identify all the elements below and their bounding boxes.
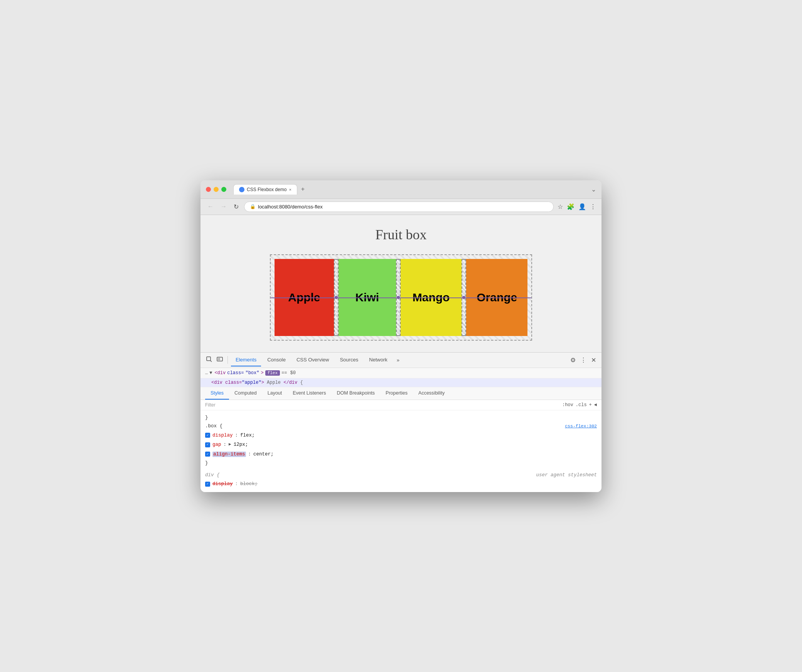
toolbar-separator — [227, 356, 228, 364]
address-bar: ← → ↻ 🔒 localhost:8080/demo/css-flex ☆ 🧩… — [200, 199, 602, 215]
cls-button[interactable]: .cls — [576, 402, 587, 408]
user-agent-rule: div { user agent stylesheet display : bl… — [205, 471, 597, 489]
fruit-item-orange: Orange — [466, 259, 527, 336]
fruit-label-orange: Orange — [477, 291, 517, 304]
dom-dollar-zero: $0 — [290, 370, 295, 376]
ua-selector: div { — [205, 471, 220, 480]
fruit-item-apple: Apple — [275, 259, 334, 336]
styles-tab-layout[interactable]: Layout — [262, 387, 288, 400]
new-tab-button[interactable]: + — [299, 186, 307, 193]
inspector-icon[interactable] — [204, 354, 214, 365]
tab-sources[interactable]: Sources — [335, 354, 363, 366]
browser-menu-icon[interactable]: ⌄ — [591, 186, 596, 193]
styles-tab-accessibility[interactable]: Accessibility — [413, 387, 450, 400]
display-flex-row: display : flex; — [205, 431, 597, 440]
ua-display-property: display — [212, 480, 233, 489]
filter-placeholder[interactable]: Filter — [205, 402, 562, 408]
dom-ellipsis: … — [205, 370, 208, 376]
minimize-button[interactable] — [214, 187, 219, 192]
toggle-sidebar-icon[interactable]: ◄ — [594, 402, 597, 408]
dom-child-tag: <div class="apple"> — [211, 380, 264, 385]
align-items-row: align-items : center; — [205, 450, 597, 459]
dom-tag-open: <div — [214, 370, 226, 376]
display-checkbox[interactable] — [205, 433, 210, 438]
browser-menu-dots-icon[interactable]: ⋮ — [590, 203, 596, 210]
filter-actions: :hov .cls + ◄ — [562, 402, 597, 408]
gap-indicator-2 — [396, 259, 401, 336]
box-source-link[interactable]: css-flex:302 — [565, 422, 597, 430]
styles-tab-event-listeners[interactable]: Event Listeners — [287, 387, 331, 400]
gap-indicator-1 — [334, 259, 339, 336]
dom-expand-triangle[interactable]: ▼ — [209, 370, 212, 376]
tab-css-overview[interactable]: CSS Overview — [292, 354, 334, 366]
tab-console[interactable]: Console — [263, 354, 290, 366]
styles-tab-styles[interactable]: Styles — [205, 387, 229, 400]
browser-tab[interactable]: CSS Flexbox demo × — [233, 184, 297, 195]
colon-1: : — [235, 431, 238, 440]
dom-breadcrumb: … ▼ <div class="box"> flex == $0 — [200, 368, 602, 378]
more-tabs-button[interactable]: » — [394, 356, 403, 365]
add-rule-button[interactable]: + — [589, 402, 592, 408]
styles-tabs: Styles Computed Layout Event Listeners D… — [200, 387, 602, 400]
dom-child-row: <div class="apple"> Apple </div { — [200, 378, 602, 387]
dom-attr-name: class= — [227, 370, 244, 376]
browser-window: CSS Flexbox demo × + ⌄ ← → ↻ 🔒 localhost… — [200, 180, 602, 492]
url-bar[interactable]: 🔒 localhost:8080/demo/css-flex — [244, 202, 554, 212]
display-value: flex; — [240, 431, 255, 440]
fruit-label-mango: Mango — [413, 291, 450, 304]
styles-tab-properties[interactable]: Properties — [380, 387, 413, 400]
box-rule: .box { css-flex:302 display : flex; gap … — [205, 422, 597, 468]
reload-button[interactable]: ↻ — [232, 202, 240, 211]
bookmark-icon[interactable]: ☆ — [558, 203, 563, 210]
dom-child-text: Apple — [267, 380, 283, 385]
page-content: Fruit box Apple Kiwi Mango Or — [200, 215, 602, 352]
dom-equals: == — [281, 370, 287, 376]
prev-rule-close: } — [205, 413, 597, 422]
gap-value: 12px; — [234, 440, 248, 449]
dom-tag-close-bracket: > — [261, 370, 263, 376]
tab-close-icon[interactable]: × — [289, 187, 291, 192]
align-items-highlight: align-items — [212, 452, 246, 457]
ua-display-value: block; — [240, 480, 258, 489]
hov-button[interactable]: :hov — [562, 402, 573, 408]
forward-button[interactable]: → — [219, 202, 228, 211]
tab-favicon — [239, 187, 244, 192]
align-items-checkbox[interactable] — [205, 452, 210, 457]
styles-tab-computed[interactable]: Computed — [229, 387, 262, 400]
extensions-icon[interactable]: 🧩 — [567, 203, 575, 210]
profile-icon[interactable]: 👤 — [578, 203, 586, 210]
flex-demo-container: Apple Kiwi Mango Orange — [270, 254, 532, 341]
toolbar-icons: ☆ 🧩 👤 ⋮ — [558, 203, 596, 210]
settings-icon[interactable]: ⚙ — [569, 355, 577, 365]
align-items-value: center; — [253, 450, 274, 459]
fruit-label-apple: Apple — [288, 291, 320, 304]
gap-dot-2 — [397, 296, 400, 299]
box-rule-close: } — [205, 459, 597, 468]
url-path: :8080/demo/css-flex — [278, 204, 322, 210]
tab-network[interactable]: Network — [364, 354, 392, 366]
gap-expand-arrow[interactable]: ▶ — [229, 441, 231, 449]
ua-selector-row: div { user agent stylesheet — [205, 471, 597, 480]
close-devtools-icon[interactable]: ✕ — [590, 355, 598, 365]
ua-display-checkbox[interactable] — [205, 482, 210, 487]
traffic-lights — [206, 187, 226, 192]
gap-indicator-3 — [462, 259, 466, 336]
gap-checkbox[interactable] — [205, 442, 210, 447]
styles-tab-dom-breakpoints[interactable]: DOM Breakpoints — [331, 387, 380, 400]
colon-2: : — [224, 440, 227, 449]
ua-colon: : — [235, 480, 238, 489]
device-toolbar-icon[interactable] — [215, 354, 224, 365]
fruit-item-kiwi: Kiwi — [339, 259, 396, 336]
devtools-menu-icon[interactable]: ⋮ — [579, 355, 588, 365]
gap-property: gap — [212, 440, 221, 449]
display-property: display — [212, 431, 233, 440]
devtools-panel: Elements Console CSS Overview Sources Ne… — [200, 352, 602, 492]
close-button[interactable] — [206, 187, 211, 192]
back-button[interactable]: ← — [206, 202, 215, 211]
tab-elements[interactable]: Elements — [231, 354, 261, 366]
box-selector-row: .box { css-flex:302 — [205, 422, 597, 431]
css-rules-panel: } .box { css-flex:302 display : flex; — [200, 410, 602, 492]
maximize-button[interactable] — [221, 187, 226, 192]
gap-dot-3 — [462, 296, 465, 299]
ua-source: user agent stylesheet — [536, 471, 597, 480]
